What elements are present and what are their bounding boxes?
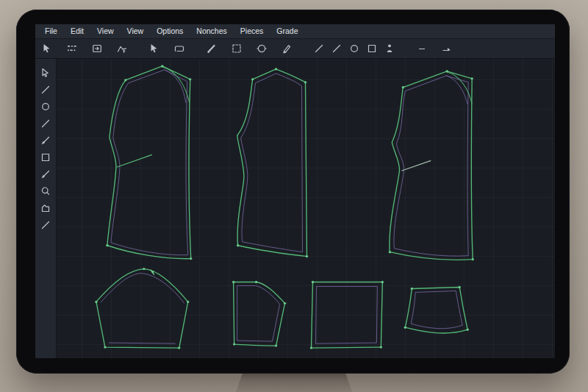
- rect-tool-icon: [366, 43, 378, 54]
- notch-dash-button[interactable]: [413, 40, 431, 57]
- vertex-dots: [95, 268, 189, 349]
- menu-item-view[interactable]: View: [90, 24, 121, 38]
- point-line-icon: [40, 135, 51, 146]
- line-2-icon: [40, 118, 51, 129]
- rotate-tool-icon: [256, 43, 268, 54]
- pattern-piece-sleeve-small[interactable]: [232, 281, 286, 347]
- zoom-scale-button[interactable]: [63, 40, 81, 57]
- seam-allowance-icon: [441, 43, 453, 54]
- pattern-piece-panel-square[interactable]: [310, 281, 384, 349]
- pattern-canvas[interactable]: [57, 59, 555, 358]
- toolbar: [35, 39, 555, 59]
- menu-item-grade[interactable]: Grade: [270, 24, 304, 38]
- tool-sidebar: [35, 59, 57, 358]
- selection-area-button[interactable]: [228, 40, 245, 57]
- workpiece-shape-icon: [40, 202, 51, 214]
- menu-item-pieces[interactable]: Pieces: [234, 24, 270, 38]
- pattern-piece-bodice-back[interactable]: [237, 68, 308, 257]
- line-tool-icon: [313, 43, 325, 54]
- notch-dash-icon: [416, 43, 428, 54]
- line-3-icon: [40, 219, 51, 231]
- export-piece-button[interactable]: [88, 40, 106, 57]
- line-side-3-button[interactable]: [38, 218, 53, 232]
- vertex-dots: [310, 281, 384, 349]
- cut-line: [311, 282, 382, 349]
- mannequin-icon: [384, 43, 395, 54]
- pen-line-button[interactable]: [203, 40, 220, 57]
- cursor-tool-button[interactable]: [38, 65, 53, 79]
- monitor-stand: [236, 372, 352, 392]
- vertex-dots: [237, 68, 308, 257]
- pattern-piece-bodice-front-right[interactable]: [389, 70, 474, 260]
- pattern-piece-sleeve-large[interactable]: [95, 268, 189, 349]
- circle-icon: [40, 101, 51, 113]
- menu-item-edit[interactable]: Edit: [64, 24, 90, 38]
- menu-bar: File Edit View View Options Nonches Piec…: [35, 24, 555, 39]
- cut-line: [96, 269, 188, 348]
- dart-line: [401, 160, 431, 171]
- circle-side-button[interactable]: [38, 99, 53, 113]
- rect-tool-button[interactable]: [363, 40, 381, 57]
- pencil-icon: [281, 43, 293, 54]
- point-line-2-button[interactable]: [38, 167, 53, 181]
- monitor-frame: File Edit View View Options Nonches Piec…: [16, 10, 570, 374]
- seam-allowance-button[interactable]: [438, 40, 456, 57]
- export-piece-icon: [91, 43, 103, 54]
- cut-line: [107, 66, 191, 259]
- workpiece-shape-button[interactable]: [38, 201, 53, 215]
- seam-line: [237, 285, 280, 341]
- workpiece-icon: [173, 43, 185, 54]
- pattern-drawing: [57, 59, 555, 358]
- magnifier-icon: [40, 185, 51, 197]
- line-icon: [40, 84, 51, 96]
- union-tool-button[interactable]: [113, 40, 131, 57]
- select-arrow-button[interactable]: [38, 40, 56, 57]
- rect-side-button[interactable]: [38, 150, 53, 164]
- menu-item-options[interactable]: Options: [150, 24, 190, 38]
- pencil-button[interactable]: [278, 40, 295, 57]
- cut-line: [390, 71, 473, 260]
- selection-area-icon: [231, 43, 243, 54]
- circle-tool-button[interactable]: [345, 40, 363, 57]
- arrow-tool-button[interactable]: [146, 40, 163, 57]
- line-side-2-button[interactable]: [38, 116, 53, 130]
- menu-item-view-2[interactable]: View: [121, 24, 151, 38]
- cursor-icon: [40, 67, 51, 79]
- pen-line-icon: [206, 43, 218, 54]
- line-tool-button[interactable]: [310, 40, 328, 57]
- point-line-2-icon: [40, 168, 51, 180]
- cut-line: [237, 69, 307, 257]
- seam-line: [411, 291, 462, 328]
- pattern-piece-cuff[interactable]: [404, 286, 469, 333]
- pattern-piece-bodice-front-left[interactable]: [106, 65, 192, 260]
- rect-icon: [40, 152, 51, 163]
- menu-item-nonches[interactable]: Nonches: [190, 24, 233, 38]
- seam-line: [394, 76, 468, 256]
- arrow-tool-icon: [148, 43, 160, 54]
- rotate-tool-button[interactable]: [253, 40, 270, 57]
- union-tool-icon: [116, 43, 128, 54]
- select-arrow-icon: [41, 43, 53, 54]
- cut-line: [234, 282, 285, 346]
- line-tool-2-button[interactable]: [328, 40, 345, 57]
- vertex-dots: [106, 65, 192, 260]
- workpiece-button[interactable]: [171, 40, 188, 57]
- seam-line: [111, 70, 188, 255]
- seam-line: [315, 286, 377, 343]
- menu-item-file[interactable]: File: [38, 24, 64, 38]
- magnifier-button[interactable]: [38, 184, 53, 198]
- line-tool-2-icon: [331, 43, 343, 54]
- main-area: [35, 59, 555, 358]
- pattern-app-window: File Edit View View Options Nonches Piec…: [35, 24, 555, 358]
- dart-line: [117, 154, 152, 167]
- mannequin-button[interactable]: [381, 40, 398, 57]
- circle-tool-icon: [348, 43, 360, 54]
- point-line-button[interactable]: [38, 133, 53, 147]
- zoom-scale-icon: [66, 43, 78, 54]
- line-side-button[interactable]: [38, 82, 53, 96]
